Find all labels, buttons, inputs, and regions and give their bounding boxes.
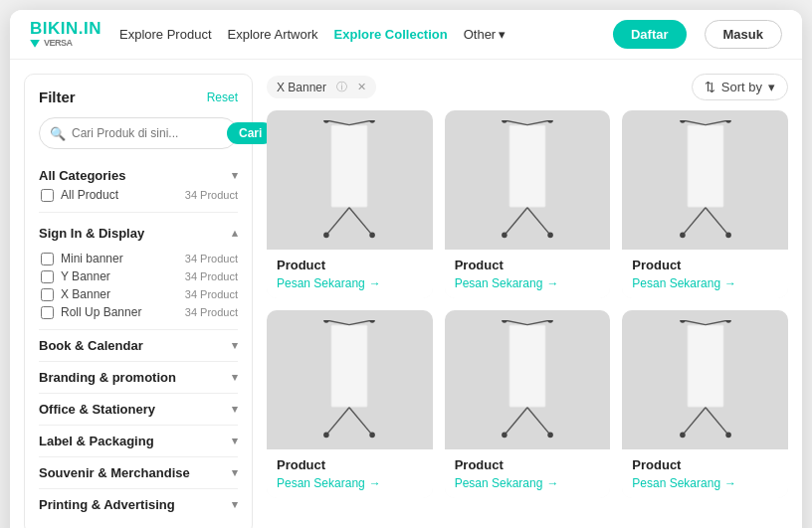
order-button[interactable]: Pesan Sekarang →	[632, 276, 778, 290]
chevron-down-icon: ▾	[232, 403, 238, 416]
svg-line-47	[527, 320, 550, 325]
brand-name: BIKIN.IN	[30, 20, 102, 39]
mini-banner-checkbox[interactable]	[41, 253, 54, 265]
svg-rect-11	[509, 126, 544, 207]
versa-icon	[30, 40, 40, 48]
svg-point-5	[370, 233, 376, 239]
y-banner-checkbox[interactable]	[41, 270, 54, 283]
order-button[interactable]: Pesan Sekarang →	[455, 476, 601, 490]
svg-line-53	[706, 408, 728, 436]
daftar-button[interactable]: Daftar	[613, 20, 687, 49]
svg-point-8	[323, 120, 329, 123]
svg-line-26	[683, 120, 706, 125]
product-name: Product	[277, 258, 423, 272]
svg-point-48	[502, 320, 508, 323]
checkbox-mini-banner: Mini banner 34 Product	[41, 252, 238, 265]
printing-advertising-row[interactable]: Printing & Advertising ▾	[39, 488, 238, 520]
checkbox-all-product: All Product 34 Product	[41, 188, 238, 202]
brand-sub: VERSA	[30, 39, 102, 49]
chevron-down-icon: ▾	[232, 169, 238, 182]
svg-point-54	[680, 433, 686, 439]
product-card: Product Pesan Sekarang →	[445, 310, 611, 498]
svg-point-45	[547, 433, 553, 439]
sign-in-display-list: Mini banner 34 Product Y Banner 34 Produ…	[39, 252, 238, 319]
svg-point-19	[547, 120, 553, 123]
main-content: Filter Reset 🔍 Cari All Categories ▾	[10, 60, 802, 528]
product-name: Product	[632, 457, 778, 472]
svg-point-25	[725, 233, 731, 239]
sort-icon: ⇅	[705, 80, 715, 94]
content-toolbar: X Banner ⓘ ✕ ⇅ Sort by ▾	[267, 74, 788, 100]
svg-line-52	[683, 408, 706, 436]
order-button[interactable]: Pesan Sekarang →	[277, 476, 423, 490]
filter-title: Filter	[39, 88, 76, 105]
branding-promotion-row[interactable]: Branding & promotion ▾	[39, 361, 238, 393]
chevron-up-icon: ▴	[232, 227, 238, 240]
svg-rect-51	[688, 326, 722, 407]
svg-point-55	[725, 433, 731, 439]
svg-line-7	[349, 120, 372, 125]
app-window: BIKIN.IN VERSA Explore Product Explore A…	[10, 10, 802, 528]
chevron-down-icon: ▾	[499, 27, 506, 42]
svg-point-4	[323, 233, 329, 239]
order-button[interactable]: Pesan Sekarang →	[455, 276, 601, 290]
svg-line-3	[349, 208, 372, 236]
product-info: Product Pesan Sekarang →	[445, 449, 611, 498]
order-button[interactable]: Pesan Sekarang →	[632, 476, 778, 490]
svg-point-14	[502, 233, 508, 239]
product-name: Product	[632, 258, 778, 272]
nav-explore-product[interactable]: Explore Product	[119, 27, 212, 42]
product-card: Product Pesan Sekarang →	[622, 310, 788, 498]
svg-point-15	[547, 233, 553, 239]
svg-line-27	[706, 120, 728, 125]
product-info: Product Pesan Sekarang →	[622, 250, 788, 298]
order-button[interactable]: Pesan Sekarang →	[277, 276, 423, 290]
sort-button[interactable]: ⇅ Sort by ▾	[692, 74, 788, 100]
svg-point-29	[725, 120, 731, 123]
svg-line-22	[683, 208, 706, 236]
svg-point-44	[502, 433, 508, 439]
x-banner-illustration	[671, 120, 740, 240]
product-image	[267, 310, 433, 449]
office-stationery-row[interactable]: Office & Stationery ▾	[39, 393, 238, 425]
product-name: Product	[277, 457, 423, 472]
all-categories-section: All Categories ▾ All Product 34 Product	[39, 163, 238, 202]
chevron-down-icon: ▾	[232, 339, 238, 352]
x-banner-illustration	[314, 320, 384, 440]
nav-explore-artwork[interactable]: Explore Artwork	[228, 27, 318, 42]
svg-point-35	[370, 433, 376, 439]
roll-up-banner-checkbox[interactable]	[41, 306, 54, 319]
chevron-down-icon: ▾	[768, 80, 775, 94]
label-packaging-row[interactable]: Label & Packaging ▾	[39, 425, 238, 456]
checkbox-x-banner: X Banner 34 Product	[41, 287, 238, 301]
sidebar-header: Filter Reset	[39, 88, 238, 105]
sign-in-display-header[interactable]: Sign In & Display ▴	[39, 221, 238, 246]
svg-rect-41	[509, 326, 544, 407]
svg-rect-31	[332, 326, 367, 407]
all-product-checkbox[interactable]	[41, 189, 54, 202]
logo: BIKIN.IN VERSA	[30, 20, 102, 49]
svg-point-39	[370, 320, 376, 323]
checkbox-y-banner: Y Banner 34 Product	[41, 269, 238, 283]
book-calendar-row[interactable]: Book & Calendar ▾	[39, 329, 238, 361]
reset-button[interactable]: Reset	[207, 90, 238, 104]
souvenir-merchandise-row[interactable]: Souvenir & Merchandise ▾	[39, 456, 238, 488]
svg-line-43	[527, 408, 550, 436]
svg-line-6	[326, 120, 349, 125]
masuk-button[interactable]: Masuk	[705, 20, 782, 49]
arrow-right-icon: →	[546, 476, 558, 490]
x-banner-checkbox[interactable]	[41, 288, 54, 301]
svg-line-33	[349, 408, 372, 436]
chevron-down-icon: ▾	[232, 498, 238, 511]
all-categories-header[interactable]: All Categories ▾	[39, 163, 238, 188]
product-image	[267, 110, 433, 250]
info-icon: ⓘ	[336, 80, 347, 94]
nav-other[interactable]: Other ▾	[464, 27, 507, 42]
svg-point-58	[680, 320, 686, 323]
svg-point-9	[370, 120, 376, 123]
nav-explore-collection[interactable]: Explore Collection	[334, 27, 448, 42]
product-image	[445, 110, 611, 250]
search-input[interactable]	[72, 126, 221, 140]
arrow-right-icon: →	[369, 476, 381, 490]
remove-filter-button[interactable]: ✕	[357, 81, 366, 93]
